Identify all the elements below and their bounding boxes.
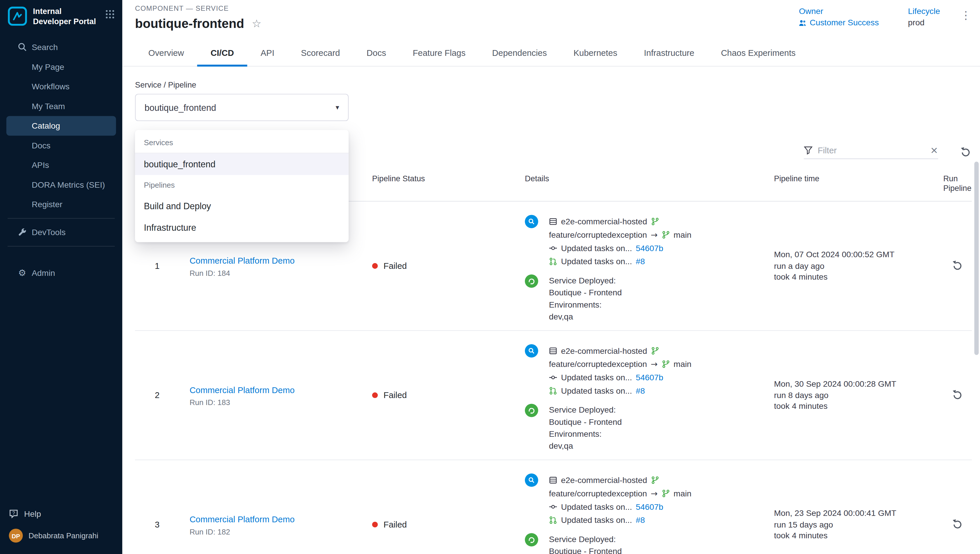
pipeline-select-value: boutique_frontend — [145, 102, 216, 113]
dropdown-group-pipelines: Pipelines — [135, 175, 348, 195]
run-pipeline-button[interactable] — [951, 519, 963, 530]
sidebar-item-search[interactable]: Search — [6, 37, 116, 57]
deploy-label: Service Deployed: — [549, 533, 774, 545]
arrow-right-icon: → — [651, 228, 658, 242]
tab-chaos-experiments[interactable]: Chaos Experiments — [708, 39, 809, 66]
time-relative: run 15 days ago — [774, 519, 943, 530]
chevron-down-icon: ▾ — [336, 103, 339, 111]
main-panel: COMPONENT — SERVICE boutique-frontend ☆ … — [122, 0, 980, 554]
tab-feature-flags[interactable]: Feature Flags — [399, 39, 479, 66]
ci-stage-icon — [525, 344, 538, 358]
commit-icon — [549, 244, 557, 252]
commit-icon — [549, 373, 557, 382]
pipeline-row: 2 Commercial Platform Demo Run ID: 183 F… — [135, 331, 972, 460]
pipeline-time-cell: Mon, 07 Oct 2024 00:00:52 GMT run a day … — [774, 249, 943, 283]
sidebar-item-docs[interactable]: Docs — [6, 135, 116, 155]
cd-stage-icon — [525, 533, 538, 546]
time-duration: took 4 minutes — [774, 271, 943, 283]
refresh-button[interactable] — [959, 146, 972, 158]
user-menu[interactable]: DP Debabrata Panigrahi — [0, 524, 122, 549]
pipeline-time-cell: Mon, 23 Sep 2024 00:00:41 GMT run 15 day… — [774, 508, 943, 541]
deployed-service: Boutique - Frontend — [549, 416, 774, 428]
time-relative: run 8 days ago — [774, 390, 943, 401]
dropdown-option-boutique-frontend[interactable]: boutique_frontend — [135, 153, 348, 175]
sidebar: Internal Developer Portal Search My Page… — [0, 0, 122, 554]
deploy-label: Service Deployed: — [549, 274, 774, 286]
sidebar-item-apis[interactable]: APIs — [6, 155, 116, 175]
target-branch: main — [674, 228, 691, 242]
pr-link[interactable]: #8 — [636, 384, 645, 398]
time-gmt: Mon, 07 Oct 2024 00:00:52 GMT — [774, 249, 943, 260]
commit-link[interactable]: 54607b — [636, 500, 663, 514]
run-pipeline-button[interactable] — [951, 260, 963, 272]
magnifier-icon — [528, 217, 536, 226]
clear-filter-icon[interactable]: × — [930, 145, 938, 155]
rerun-icon — [951, 260, 963, 272]
tab-cicd[interactable]: CI/CD — [197, 39, 247, 66]
owner-link[interactable]: Customer Success — [799, 18, 879, 27]
sidebar-item-workflows[interactable]: Workflows — [6, 76, 116, 96]
divider — [8, 245, 115, 246]
tab-scorecard[interactable]: Scorecard — [288, 39, 353, 66]
run-id: Run ID: 182 — [189, 527, 363, 536]
commit-link[interactable]: 54607b — [636, 242, 663, 255]
target-branch: main — [674, 358, 691, 371]
time-duration: took 4 minutes — [774, 530, 943, 541]
pr-link[interactable]: #8 — [636, 514, 645, 527]
sidebar-item-label: Admin — [32, 268, 55, 277]
sidebar-item-register[interactable]: Register — [6, 194, 116, 214]
pipeline-select[interactable]: boutique_frontend ▾ — [135, 94, 348, 121]
tab-overview[interactable]: Overview — [135, 39, 197, 66]
favorite-star-icon[interactable]: ☆ — [252, 18, 261, 29]
deployed-service: Boutique - Frontend — [549, 545, 774, 554]
pipeline-name-link[interactable]: Commercial Platform Demo — [189, 514, 294, 524]
commit-message: Updated tasks on... — [561, 500, 632, 514]
commit-link[interactable]: 54607b — [636, 371, 663, 384]
source-branch: feature/corruptedexception — [549, 228, 647, 242]
arrow-right-icon: → — [651, 487, 658, 500]
entity-header: COMPONENT — SERVICE boutique-frontend ☆ … — [122, 0, 980, 31]
sidebar-item-my-team[interactable]: My Team — [6, 96, 116, 116]
time-duration: took 4 minutes — [774, 401, 943, 412]
tab-docs[interactable]: Docs — [353, 39, 399, 66]
magnifier-icon — [528, 347, 536, 355]
sidebar-item-catalog[interactable]: Catalog — [6, 116, 116, 135]
sidebar-item-devtools[interactable]: DevTools — [6, 222, 116, 242]
app-grid-icon[interactable] — [105, 10, 115, 19]
tab-infrastructure[interactable]: Infrastructure — [630, 39, 708, 66]
filter-input[interactable] — [818, 145, 925, 155]
lifecycle-value: prod — [908, 18, 940, 27]
source-branch: feature/corruptedexception — [549, 358, 647, 371]
tab-dependencies[interactable]: Dependencies — [479, 39, 560, 66]
pr-link[interactable]: #8 — [636, 255, 645, 268]
rerun-icon — [951, 519, 963, 530]
pipeline-name-cell: Commercial Platform Demo Run ID: 182 — [180, 513, 363, 536]
run-pipeline-button[interactable] — [951, 389, 963, 401]
pipeline-name-link[interactable]: Commercial Platform Demo — [189, 256, 294, 265]
run-id: Run ID: 184 — [189, 269, 363, 277]
failed-status-dot — [372, 393, 378, 398]
people-icon — [799, 19, 807, 26]
repo-icon — [549, 476, 557, 484]
pull-request-icon — [549, 387, 557, 395]
sidebar-item-my-page[interactable]: My Page — [6, 57, 116, 76]
git-branch-icon — [661, 231, 670, 239]
dropdown-option-infrastructure[interactable]: Infrastructure — [135, 217, 348, 238]
column-header-pipeline-time: Pipeline time — [774, 174, 943, 201]
kebab-menu-icon[interactable]: ⋮ — [960, 6, 971, 22]
sidebar-item-dora-metrics[interactable]: DORA Metrics (SEI) — [6, 175, 116, 194]
dropdown-option-build-and-deploy[interactable]: Build and Deploy — [135, 195, 348, 217]
scrollbar-thumb[interactable] — [974, 162, 978, 355]
help-button[interactable]: Help — [0, 504, 122, 524]
environments-value: dev,qa — [549, 440, 774, 452]
portal-title: Internal Developer Portal — [33, 6, 100, 27]
tab-kubernetes[interactable]: Kubernetes — [560, 39, 630, 66]
tab-api[interactable]: API — [247, 39, 288, 66]
pipeline-select-label: Service / Pipeline — [135, 81, 972, 89]
rerun-icon — [951, 389, 963, 401]
pipeline-name-link[interactable]: Commercial Platform Demo — [189, 385, 294, 395]
environments-label: Environments: — [549, 428, 774, 440]
status-text: Failed — [383, 261, 407, 271]
sidebar-item-admin[interactable]: ⚙ Admin — [6, 263, 116, 283]
details-cell: e2e-commercial-hosted feature/corruptede… — [515, 331, 774, 452]
